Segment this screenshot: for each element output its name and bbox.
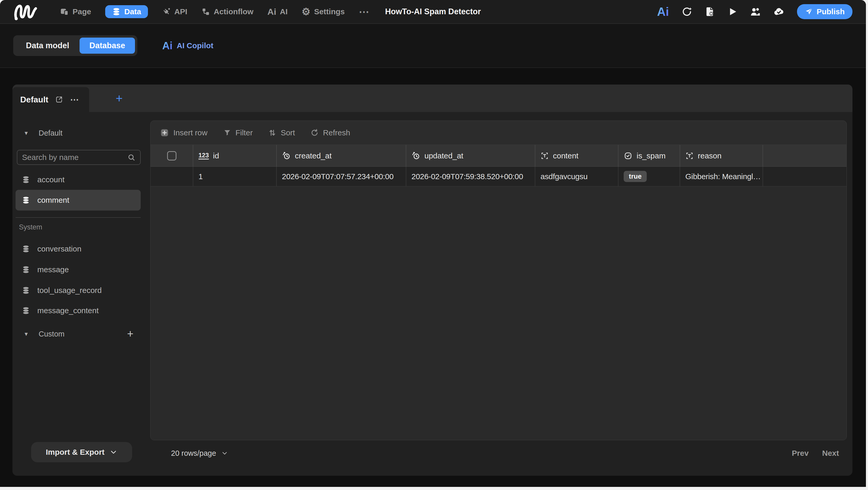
add-view-button[interactable]: + <box>104 85 135 112</box>
cloud-sync-icon[interactable] <box>773 6 784 18</box>
text-type-icon <box>685 152 693 160</box>
cell-id[interactable]: 1 <box>193 167 277 186</box>
table-footer: 20 rows/page Prev Next <box>150 445 847 461</box>
preview-play-icon[interactable] <box>727 7 737 17</box>
cell-spacer <box>763 167 846 186</box>
collapse-triangle-icon: ▾ <box>25 129 28 137</box>
pages-icon <box>60 7 69 16</box>
ai-copilot-button[interactable]: Ai AI Copilot <box>162 40 214 51</box>
sidebar-item-tool-usage-record[interactable]: tool_usage_record <box>16 280 141 301</box>
view-tab-menu-icon[interactable]: ⋯ <box>70 94 79 105</box>
sort-label: Sort <box>281 128 295 137</box>
filter-button[interactable]: Filter <box>223 128 253 137</box>
page-content: Default ⋯ + ▾ Default <box>0 68 866 486</box>
view-tab-default[interactable]: Default ⋯ <box>12 87 89 112</box>
add-custom-table-button[interactable]: + <box>127 328 133 340</box>
sidebar-item-message-content[interactable]: message_content <box>16 300 141 321</box>
sidebar-item-comment[interactable]: comment <box>16 190 141 210</box>
gear-icon: ⚙ <box>302 7 310 17</box>
sidebar-item-label: tool_usage_record <box>37 286 102 295</box>
table-icon <box>22 286 30 294</box>
insert-row-button[interactable]: Insert row <box>160 128 208 137</box>
table-icon <box>22 196 30 204</box>
select-all-checkbox[interactable] <box>167 151 177 161</box>
nav-api[interactable]: API <box>162 7 187 16</box>
insert-row-label: Insert row <box>173 128 208 137</box>
sidebar-item-label: comment <box>37 196 69 205</box>
cell-is-spam[interactable]: true <box>618 167 680 186</box>
group-default[interactable]: ▾ Default <box>25 127 62 139</box>
search-icon <box>127 153 135 162</box>
pagination: Prev Next <box>792 449 839 458</box>
project-title: HowTo-AI Spam Detector <box>385 7 481 16</box>
column-header-is-spam[interactable]: is_spam <box>618 145 680 167</box>
tables-sidebar: ▾ Default account <box>12 112 150 476</box>
doc-settings-icon[interactable] <box>705 6 715 17</box>
table-icon <box>22 265 30 274</box>
open-in-new-icon[interactable] <box>55 95 63 104</box>
filter-icon <box>223 128 231 137</box>
cell-updated-at[interactable]: 2026-02-09T07:59:38.520+00:00 <box>406 167 535 186</box>
group-custom[interactable]: ▾ Custom + <box>16 323 141 344</box>
tab-data-model[interactable]: Data model <box>16 41 80 50</box>
publish-button[interactable]: Publish <box>797 4 852 19</box>
ai-icon: Ai <box>268 7 276 17</box>
nav-ai[interactable]: Ai AI <box>268 7 288 17</box>
prev-page-button[interactable]: Prev <box>792 449 809 458</box>
sidebar-item-message[interactable]: message <box>16 259 141 280</box>
nav-data[interactable]: Data <box>105 5 148 18</box>
collaborators-icon[interactable] <box>750 6 761 17</box>
history-icon[interactable] <box>681 6 692 17</box>
table-panel: Insert row Filter <box>150 120 847 440</box>
ai-assistant-icon[interactable]: Ai <box>657 6 669 18</box>
ai-copilot-label: AI Copilot <box>177 41 214 50</box>
sort-button[interactable]: Sort <box>268 128 295 137</box>
ai-copilot-icon: Ai <box>162 40 173 51</box>
sidebar-item-label: conversation <box>37 244 81 253</box>
column-header-id[interactable]: 123 id <box>193 145 277 167</box>
next-page-button[interactable]: Next <box>822 449 839 458</box>
sidebar-divider <box>16 217 141 218</box>
group-default-label: Default <box>39 129 62 137</box>
refresh-button[interactable]: Refresh <box>310 128 350 137</box>
insert-row-icon <box>160 128 169 137</box>
table-icon <box>22 245 30 253</box>
cell-created-at[interactable]: 2026-02-09T07:07:57.234+00:00 <box>277 167 406 186</box>
top-navbar: Page Data API <box>0 0 866 24</box>
nav-ai-label: AI <box>280 7 288 16</box>
table-search <box>17 150 141 165</box>
nav-page[interactable]: Page <box>60 7 91 16</box>
mode-bar: Data model Database Ai AI Copilot <box>0 24 866 68</box>
nav-actionflow[interactable]: Actionflow <box>201 7 253 16</box>
row-select-cell[interactable] <box>151 167 193 186</box>
table-row[interactable]: 1 2026-02-09T07:07:57.234+00:00 2026-02-… <box>151 167 846 186</box>
sidebar-item-conversation[interactable]: conversation <box>16 238 141 259</box>
rows-per-page-label: 20 rows/page <box>171 449 216 458</box>
column-header-updated-at[interactable]: updated_at <box>406 145 535 167</box>
app-logo[interactable] <box>13 3 42 20</box>
rows-per-page-select[interactable]: 20 rows/page <box>171 449 228 458</box>
tab-database[interactable]: Database <box>80 37 135 54</box>
sidebar-item-label: account <box>37 175 64 184</box>
chevron-down-icon <box>221 450 228 457</box>
import-export-button[interactable]: Import & Export <box>31 442 132 462</box>
momen-logo-icon <box>13 3 37 20</box>
nav-settings[interactable]: ⚙ Settings <box>302 7 345 17</box>
column-header-content[interactable]: content <box>535 145 618 167</box>
nav-more-icon[interactable]: ⋯ <box>359 6 370 18</box>
column-header-created-at[interactable]: created_at <box>277 145 406 167</box>
column-label: is_spam <box>637 151 665 160</box>
search-input[interactable] <box>22 153 127 162</box>
select-all-cell <box>151 145 193 167</box>
import-export-label: Import & Export <box>46 448 105 457</box>
column-label: created_at <box>295 151 332 160</box>
nav-settings-label: Settings <box>314 7 345 16</box>
column-header-reason[interactable]: reason <box>680 145 763 167</box>
number-type-icon: 123 <box>198 152 209 160</box>
cell-content[interactable]: asdfgavcugsu <box>535 167 618 186</box>
sidebar-item-account[interactable]: account <box>16 169 141 190</box>
sidebar-item-label: message_content <box>37 306 99 315</box>
cell-reason[interactable]: Gibberish: Meaningl… <box>680 167 763 186</box>
boolean-type-icon <box>624 151 632 160</box>
view-tab-label: Default <box>20 95 48 105</box>
